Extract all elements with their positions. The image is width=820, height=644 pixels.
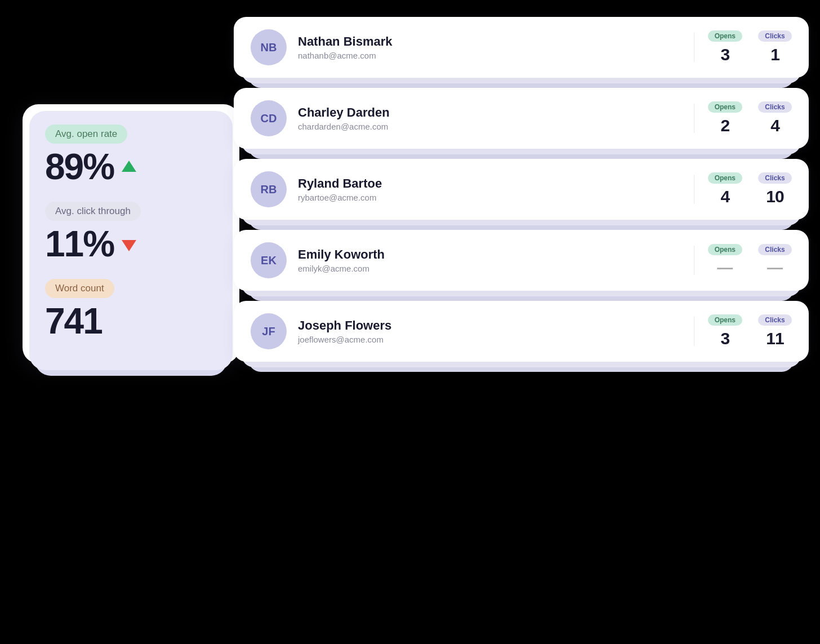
avatar: JF [251, 313, 287, 349]
opens-label: Opens [708, 244, 742, 255]
user-card-wrapper-3: EKEmily Koworthemilyk@acme.comOpens—Clic… [234, 230, 809, 291]
user-card: RBRyland Bartoerybartoe@acme.comOpens4Cl… [234, 159, 809, 220]
clicks-value: 1 [770, 45, 779, 64]
opens-value: 3 [720, 45, 729, 64]
user-card: JFJoseph Flowersjoeflowers@acme.comOpens… [234, 301, 809, 362]
divider [694, 246, 694, 275]
user-info: Charley Dardenchardarden@acme.com [298, 105, 680, 131]
opens-label: Opens [708, 30, 742, 42]
trend-up-icon [122, 161, 136, 172]
user-stats: Opens4Clicks10 [708, 172, 792, 206]
clicks-col: Clicks1 [758, 30, 792, 64]
open-rate-number: 89% [45, 148, 114, 186]
stats-card: Avg. open rate 89% Avg. click through 11… [23, 104, 239, 363]
user-name: Ryland Bartoe [298, 176, 680, 191]
clicks-col: Clicks4 [758, 101, 792, 135]
avatar: NB [251, 29, 287, 65]
word-count-number: 741 [45, 303, 102, 340]
user-email: nathanb@acme.com [298, 51, 680, 60]
avatar: RB [251, 171, 287, 207]
user-name: Joseph Flowers [298, 318, 680, 333]
opens-value: 4 [720, 187, 729, 206]
user-email: joeflowers@acme.com [298, 335, 680, 344]
opens-value: 2 [720, 116, 729, 135]
user-email: emilyk@acme.com [298, 264, 680, 273]
clicks-value: 4 [770, 116, 779, 135]
opens-value: 3 [720, 329, 729, 348]
opens-value: — [717, 259, 733, 277]
opens-col: Opens2 [708, 101, 742, 135]
divider [694, 33, 694, 62]
open-rate-block: Avg. open rate 89% [45, 125, 217, 186]
word-count-badge: Word count [45, 279, 114, 298]
clicks-value: 11 [766, 329, 783, 348]
clicks-value: — [767, 259, 783, 277]
user-card-wrapper-2: RBRyland Bartoerybartoe@acme.comOpens4Cl… [234, 159, 809, 220]
avatar: CD [251, 100, 287, 136]
user-stats: Opens3Clicks1 [708, 30, 792, 64]
open-rate-badge: Avg. open rate [45, 125, 127, 144]
opens-col: Opens3 [708, 314, 742, 348]
divider [694, 175, 694, 204]
user-stats: Opens2Clicks4 [708, 101, 792, 135]
opens-label: Opens [708, 101, 742, 113]
user-stats: Opens—Clicks— [708, 244, 792, 277]
user-email: rybartoe@acme.com [298, 193, 680, 202]
user-name: Emily Koworth [298, 247, 680, 262]
user-card-wrapper-0: NBNathan Bismarknathanb@acme.comOpens3Cl… [234, 17, 809, 78]
users-section: NBNathan Bismarknathanb@acme.comOpens3Cl… [234, 17, 809, 362]
clicks-label: Clicks [758, 314, 791, 326]
user-info: Ryland Bartoerybartoe@acme.com [298, 176, 680, 202]
clicks-col: Clicks10 [758, 172, 792, 206]
clicks-label: Clicks [758, 30, 791, 42]
user-stats: Opens3Clicks11 [708, 314, 792, 348]
divider [694, 317, 694, 346]
divider [694, 104, 694, 133]
user-card: EKEmily Koworthemilyk@acme.comOpens—Clic… [234, 230, 809, 291]
user-info: Joseph Flowersjoeflowers@acme.com [298, 318, 680, 344]
clicks-col: Clicks— [758, 244, 792, 277]
avatar: EK [251, 242, 287, 278]
opens-label: Opens [708, 172, 742, 184]
user-card-wrapper-1: CDCharley Dardenchardarden@acme.comOpens… [234, 88, 809, 149]
click-through-value: 11% [45, 225, 217, 263]
open-rate-value: 89% [45, 148, 217, 186]
clicks-label: Clicks [758, 172, 791, 184]
word-count-block: Word count 741 [45, 279, 217, 340]
opens-col: Opens4 [708, 172, 742, 206]
user-card: NBNathan Bismarknathanb@acme.comOpens3Cl… [234, 17, 809, 78]
opens-label: Opens [708, 314, 742, 326]
clicks-value: 10 [766, 187, 783, 206]
clicks-label: Clicks [758, 244, 791, 255]
user-card: CDCharley Dardenchardarden@acme.comOpens… [234, 88, 809, 149]
user-name: Nathan Bismark [298, 34, 680, 49]
user-info: Nathan Bismarknathanb@acme.com [298, 34, 680, 60]
click-through-badge: Avg. click through [45, 202, 141, 221]
word-count-value: 741 [45, 303, 217, 340]
clicks-col: Clicks11 [758, 314, 792, 348]
opens-col: Opens3 [708, 30, 742, 64]
user-name: Charley Darden [298, 105, 680, 120]
user-info: Emily Koworthemilyk@acme.com [298, 247, 680, 273]
clicks-label: Clicks [758, 101, 791, 113]
click-through-number: 11% [45, 225, 114, 263]
user-email: chardarden@acme.com [298, 122, 680, 131]
opens-col: Opens— [708, 244, 742, 277]
click-through-block: Avg. click through 11% [45, 202, 217, 263]
trend-down-icon [122, 240, 136, 251]
user-card-wrapper-4: JFJoseph Flowersjoeflowers@acme.comOpens… [234, 301, 809, 362]
